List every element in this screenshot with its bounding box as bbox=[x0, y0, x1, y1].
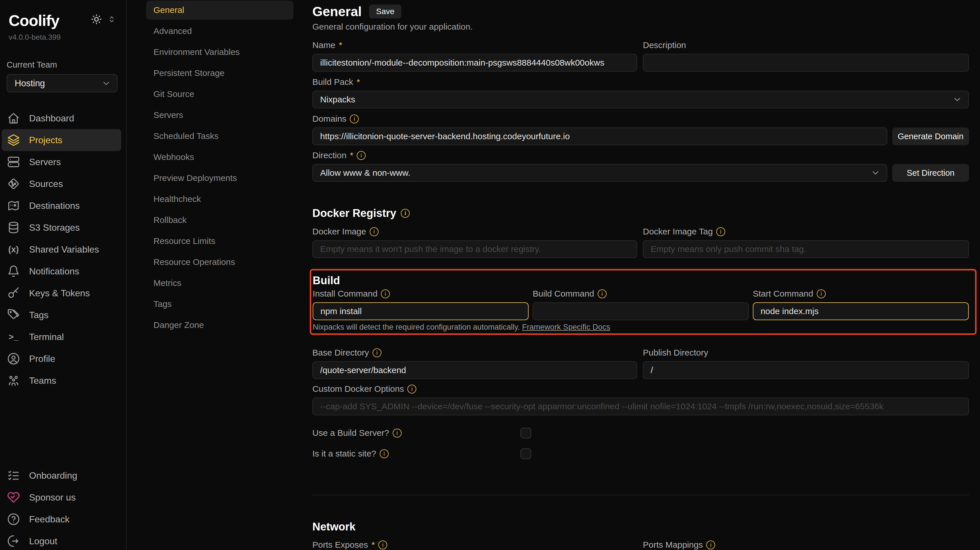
build-pack-select[interactable] bbox=[312, 90, 969, 108]
info-icon[interactable]: i bbox=[350, 114, 359, 124]
subnav-item-servers[interactable]: Servers bbox=[146, 106, 293, 125]
subnav-item-rollback[interactable]: Rollback bbox=[146, 211, 293, 230]
info-icon[interactable]: i bbox=[407, 385, 416, 393]
build-command-input[interactable] bbox=[533, 302, 749, 320]
sidebar-item-shared-variables[interactable]: (x) Shared Variables bbox=[2, 238, 121, 260]
start-command-label: Start Commandi bbox=[753, 288, 969, 299]
sidebar-item-teams[interactable]: Teams bbox=[2, 369, 121, 391]
subnav-item-resource-operations[interactable]: Resource Operations bbox=[146, 252, 293, 271]
sidebar-item-label: Feedback bbox=[29, 514, 70, 525]
info-icon[interactable]: i bbox=[817, 289, 826, 298]
sidebar-item-destinations[interactable]: Destinations bbox=[2, 195, 121, 217]
sidebar-item-onboarding[interactable]: Onboarding bbox=[2, 464, 121, 487]
build-command-label: Build Commandi bbox=[533, 288, 749, 299]
home-icon bbox=[7, 112, 20, 125]
sidebar-item-sources[interactable]: Sources bbox=[2, 173, 121, 195]
key-icon bbox=[7, 287, 20, 300]
chevrons-up-down-icon[interactable] bbox=[107, 15, 116, 24]
docker-image-input[interactable] bbox=[312, 240, 637, 258]
use-build-server-label: Use a Build Server?i bbox=[312, 428, 402, 438]
app-logo: Coolify bbox=[9, 11, 59, 29]
info-icon[interactable]: i bbox=[393, 429, 402, 437]
set-direction-button[interactable]: Set Direction bbox=[892, 164, 969, 182]
info-icon[interactable]: i bbox=[357, 151, 366, 160]
required-asterisk: * bbox=[339, 40, 342, 50]
subnav-item-preview-deployments[interactable]: Preview Deployments bbox=[146, 168, 293, 187]
static-site-checkbox[interactable] bbox=[520, 449, 531, 459]
current-team-label: Current Team bbox=[6, 60, 126, 70]
sidebar-footer: Onboarding Sponsor us Feedback Logout bbox=[0, 464, 126, 550]
sidebar-item-keys-tokens[interactable]: Keys & Tokens bbox=[2, 282, 121, 304]
subnav-item-persistent-storage[interactable]: Persistent Storage bbox=[146, 63, 293, 82]
generate-domain-button[interactable]: Generate Domain bbox=[892, 127, 969, 145]
subnav-item-metrics[interactable]: Metrics bbox=[146, 274, 293, 293]
subnav-item-webhooks[interactable]: Webhooks bbox=[146, 147, 293, 166]
sidebar-item-tags[interactable]: Tags bbox=[2, 304, 121, 326]
subnav-item-advanced[interactable]: Advanced bbox=[146, 22, 293, 41]
save-button[interactable]: Save bbox=[369, 5, 401, 18]
info-icon[interactable]: i bbox=[381, 289, 390, 298]
custom-docker-options-input[interactable] bbox=[312, 398, 969, 415]
docker-image-tag-input[interactable] bbox=[643, 240, 969, 258]
base-directory-input[interactable] bbox=[312, 361, 637, 379]
info-icon[interactable]: i bbox=[706, 540, 715, 549]
sidebar-item-feedback[interactable]: Feedback bbox=[2, 508, 121, 530]
app-version: v4.0.0-beta.399 bbox=[0, 29, 126, 42]
start-command-input[interactable] bbox=[753, 302, 969, 320]
team-select[interactable]: Hosting bbox=[6, 74, 118, 92]
theme-sun-icon[interactable] bbox=[91, 14, 102, 25]
subnav-item-environment-variables[interactable]: Environment Variables bbox=[146, 43, 293, 62]
name-input[interactable] bbox=[312, 54, 637, 71]
info-icon[interactable]: i bbox=[716, 227, 725, 236]
sidebar-nav: Dashboard Projects Servers Sources Desti… bbox=[0, 107, 126, 391]
sidebar-item-profile[interactable]: Profile bbox=[2, 348, 121, 369]
direction-select[interactable] bbox=[312, 164, 887, 182]
description-input[interactable] bbox=[643, 54, 969, 71]
install-command-label: Install Commandi bbox=[313, 288, 528, 299]
sidebar-item-s3-storages[interactable]: S3 Storages bbox=[2, 217, 121, 238]
sidebar-item-sponsor-us[interactable]: Sponsor us bbox=[2, 487, 121, 508]
sidebar-item-projects[interactable]: Projects bbox=[2, 129, 121, 151]
info-icon[interactable]: i bbox=[598, 289, 606, 298]
subnav-item-healthcheck[interactable]: Healthcheck bbox=[146, 190, 293, 209]
framework-docs-link[interactable]: Framework Specific Docs bbox=[522, 323, 610, 331]
docker-registry-heading: Docker Registryi bbox=[312, 206, 969, 220]
logout-icon bbox=[7, 535, 20, 547]
info-icon[interactable]: i bbox=[380, 449, 389, 458]
sidebar-item-notifications[interactable]: Notifications bbox=[2, 260, 121, 282]
sidebar-item-dashboard[interactable]: Dashboard bbox=[2, 107, 121, 129]
chevron-down-icon bbox=[101, 79, 111, 88]
install-command-input[interactable] bbox=[313, 302, 528, 320]
info-icon[interactable]: i bbox=[372, 348, 382, 357]
subnav-item-danger-zone[interactable]: Danger Zone bbox=[146, 315, 293, 334]
layers-icon bbox=[7, 134, 20, 146]
use-build-server-checkbox[interactable] bbox=[520, 428, 531, 438]
info-icon[interactable]: i bbox=[370, 227, 379, 236]
info-icon[interactable]: i bbox=[378, 540, 387, 549]
subnav-item-resource-limits[interactable]: Resource Limits bbox=[146, 231, 293, 250]
sidebar-item-terminal[interactable]: >_ Terminal bbox=[2, 326, 121, 348]
heart-icon bbox=[7, 491, 20, 504]
sidebar-item-logout[interactable]: Logout bbox=[2, 530, 121, 550]
ports-exposes-label: Ports Exposes*i bbox=[312, 540, 637, 550]
sidebar-item-label: Dashboard bbox=[29, 113, 74, 124]
subnav-item-scheduled-tasks[interactable]: Scheduled Tasks bbox=[146, 127, 293, 146]
section-divider bbox=[312, 495, 969, 495]
git-source-icon bbox=[7, 178, 20, 190]
subnav-item-git-source[interactable]: Git Source bbox=[146, 84, 293, 103]
sidebar-item-label: Teams bbox=[29, 376, 56, 386]
sidebar-item-label: Projects bbox=[29, 135, 62, 146]
domains-input[interactable] bbox=[312, 127, 887, 145]
variables-icon: (x) bbox=[7, 244, 20, 254]
subnav-item-tags[interactable]: Tags bbox=[146, 295, 293, 314]
sidebar-item-label: Shared Variables bbox=[29, 244, 99, 255]
sidebar-item-label: Notifications bbox=[29, 266, 79, 277]
publish-directory-input[interactable] bbox=[643, 361, 969, 379]
team-select-value: Hosting bbox=[15, 78, 45, 89]
subnav-item-general[interactable]: General bbox=[146, 1, 293, 19]
sidebar-item-servers[interactable]: Servers bbox=[2, 151, 121, 173]
build-heading: Build bbox=[313, 274, 969, 287]
sidebar-item-label: Terminal bbox=[29, 332, 64, 342]
server-icon bbox=[7, 155, 20, 168]
info-icon[interactable]: i bbox=[401, 209, 410, 218]
